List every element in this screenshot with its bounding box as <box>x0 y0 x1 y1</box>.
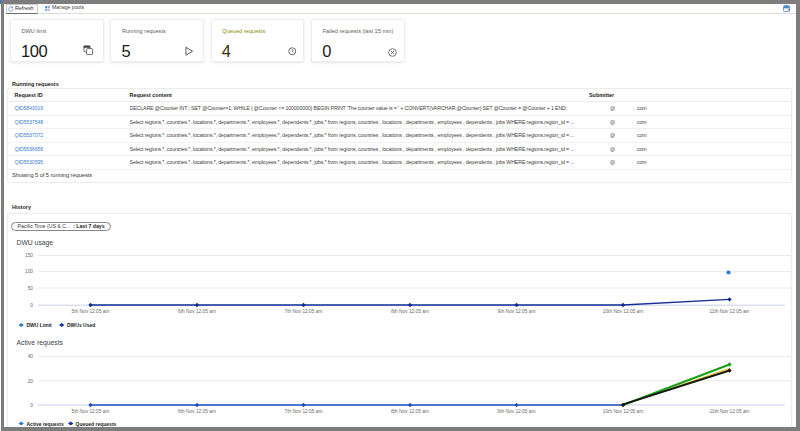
svg-text:100: 100 <box>25 269 33 274</box>
svg-text:10th Nov 12:05 am: 10th Nov 12:05 am <box>603 309 644 314</box>
svg-text:7th Nov 12:05 am: 7th Nov 12:05 am <box>285 409 323 414</box>
svg-text:8th Nov 12:05 am: 8th Nov 12:05 am <box>391 309 429 314</box>
svg-text:9th Nov 12:05 am: 9th Nov 12:05 am <box>498 309 536 314</box>
svg-text:11th Nov 12:05 am: 11th Nov 12:05 am <box>709 309 749 314</box>
svg-text:0: 0 <box>30 403 33 408</box>
svg-text:DWU Limit: DWU Limit <box>27 322 53 328</box>
svg-text:6th Nov 12:05 am: 6th Nov 12:05 am <box>178 309 216 314</box>
svg-text:Queued requests: Queued requests <box>76 421 117 427</box>
svg-text:40: 40 <box>28 354 34 359</box>
svg-text:50: 50 <box>28 286 34 291</box>
svg-text:150: 150 <box>25 253 33 258</box>
svg-text:7th Nov 12:05 am: 7th Nov 12:05 am <box>285 309 323 314</box>
svg-text:8th Nov 12:05 am: 8th Nov 12:05 am <box>391 409 429 414</box>
svg-text:20: 20 <box>28 379 34 384</box>
svg-text:DWUs Used: DWUs Used <box>67 322 95 328</box>
svg-text:0: 0 <box>30 303 33 308</box>
svg-text:10th Nov 12:05 am: 10th Nov 12:05 am <box>603 409 644 414</box>
svg-text:5th Nov 12:05 am: 5th Nov 12:05 am <box>72 409 110 414</box>
svg-text:9th Nov 12:05 am: 9th Nov 12:05 am <box>498 409 536 414</box>
svg-text:Active requests: Active requests <box>27 421 64 427</box>
svg-text:6th Nov 12:05 am: 6th Nov 12:05 am <box>178 409 216 414</box>
svg-text:5th Nov 12:05 am: 5th Nov 12:05 am <box>72 309 110 314</box>
svg-text:11th Nov 12:05 am: 11th Nov 12:05 am <box>709 409 749 414</box>
